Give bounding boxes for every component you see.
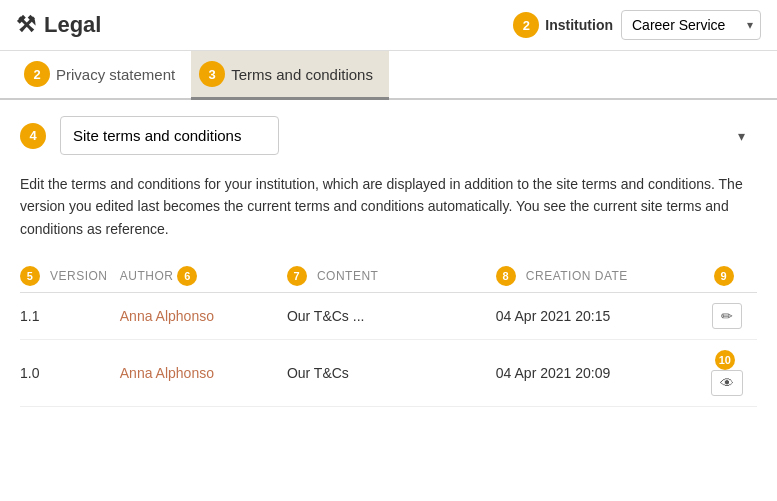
- col-header-content: 7 CONTENT: [287, 260, 496, 293]
- tab-terms-label: Terms and conditions: [231, 66, 373, 83]
- badge-3: 3: [199, 61, 225, 87]
- institution-label: Institution: [545, 17, 613, 33]
- cell-action-1: ✏: [705, 293, 757, 340]
- author-link-2[interactable]: Anna Alphonso: [120, 365, 214, 381]
- col-header-author: AUTHOR 6: [120, 260, 287, 293]
- badge-8: 8: [496, 266, 516, 286]
- cell-version-1: 1.1: [20, 293, 120, 340]
- cell-content-2: Our T&Cs: [287, 340, 496, 407]
- dropdown-row: 4 Site terms and conditions ▾: [20, 116, 757, 155]
- badge-1: 2: [513, 12, 539, 38]
- cell-author-1: Anna Alphonso: [120, 293, 287, 340]
- tab-terms[interactable]: 3 Terms and conditions: [191, 51, 389, 100]
- app-title: Legal: [44, 12, 101, 38]
- hammer-icon: ⚒: [16, 12, 36, 38]
- col-header-date: 8 CREATION DATE: [496, 260, 705, 293]
- chevron-down-icon: ▾: [738, 128, 745, 144]
- col-header-version: 5 VERSION: [20, 260, 120, 293]
- institution-dropdown[interactable]: Career Service: [621, 10, 761, 40]
- main-content: 4 Site terms and conditions ▾ Edit the t…: [0, 100, 777, 423]
- table-row: 1.0 Anna Alphonso Our T&Cs 04 Apr 2021 2…: [20, 340, 757, 407]
- cell-content-1: Our T&Cs ...: [287, 293, 496, 340]
- view-button-2[interactable]: 👁: [711, 370, 743, 396]
- cell-date-1: 04 Apr 2021 20:15: [496, 293, 705, 340]
- badge-7: 7: [287, 266, 307, 286]
- tab-privacy[interactable]: 2 Privacy statement: [16, 51, 191, 100]
- edit-button-1[interactable]: ✏: [712, 303, 742, 329]
- col-header-action: 9: [705, 260, 757, 293]
- app-logo: ⚒ Legal: [16, 12, 513, 38]
- terms-dropdown[interactable]: Site terms and conditions: [60, 116, 279, 155]
- cell-author-2: Anna Alphonso: [120, 340, 287, 407]
- tabs-row: 2 Privacy statement 3 Terms and conditio…: [0, 51, 777, 100]
- badge-9: 9: [714, 266, 734, 286]
- badge-4: 4: [20, 123, 46, 149]
- author-link-1[interactable]: Anna Alphonso: [120, 308, 214, 324]
- terms-table: 5 VERSION AUTHOR 6 7 CONTENT: [20, 260, 757, 407]
- badge-5: 5: [20, 266, 40, 286]
- cell-date-2: 04 Apr 2021 20:09: [496, 340, 705, 407]
- badge-2: 2: [24, 61, 50, 87]
- terms-dropdown-wrapper: Site terms and conditions ▾: [60, 116, 757, 155]
- cell-action-2: 10 👁: [705, 340, 757, 407]
- app-header: ⚒ Legal 2 Institution Career Service ▾: [0, 0, 777, 51]
- badge-6: 6: [177, 266, 197, 286]
- institution-selector: 2 Institution Career Service ▾: [513, 10, 761, 40]
- table-row: 1.1 Anna Alphonso Our T&Cs ... 04 Apr 20…: [20, 293, 757, 340]
- institution-select-wrapper: Career Service ▾: [621, 10, 761, 40]
- cell-version-2: 1.0: [20, 340, 120, 407]
- tab-privacy-label: Privacy statement: [56, 66, 175, 83]
- badge-10: 10: [715, 350, 735, 370]
- description-text: Edit the terms and conditions for your i…: [20, 173, 757, 240]
